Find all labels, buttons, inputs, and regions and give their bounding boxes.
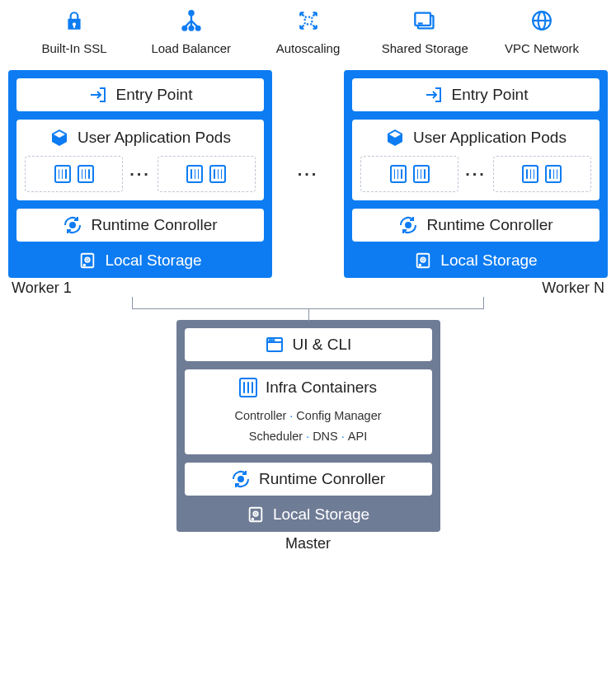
user-pods-card: User Application Pods ··· xyxy=(16,120,264,200)
infra-item: API xyxy=(348,430,367,443)
runtime-label: Runtime Conroller xyxy=(426,216,553,234)
gear-cycle-icon xyxy=(231,469,251,489)
workers-ellipsis: ··· xyxy=(296,165,321,184)
container-icon xyxy=(522,165,538,183)
disk-icon xyxy=(247,505,265,524)
svg-point-5 xyxy=(196,26,200,31)
container-icon xyxy=(239,378,257,397)
window-icon xyxy=(265,335,284,355)
master-label: Master xyxy=(285,535,331,552)
svg-point-16 xyxy=(87,260,88,261)
local-storage-label: Local Storage xyxy=(352,250,600,270)
feature-ssl: Built-In SSL xyxy=(25,8,124,55)
svg-point-17 xyxy=(84,265,86,266)
container-icon xyxy=(413,165,430,183)
infra-list: Controller·Config Manager Scheduler·DNS·… xyxy=(193,406,424,446)
worker-node-1: Entry Point User Application Pods ··· xyxy=(8,70,272,278)
svg-point-22 xyxy=(420,265,421,266)
feature-label: VPC Network xyxy=(505,41,579,55)
master-node: UI & CLI Infra Containers Controller·Con… xyxy=(176,320,440,532)
entry-point-label: Entry Point xyxy=(116,86,193,104)
infra-item: Scheduler xyxy=(249,430,303,443)
svg-rect-6 xyxy=(304,17,312,25)
disk-icon xyxy=(414,251,432,270)
infra-title: Infra Containers xyxy=(266,378,377,397)
infra-item: Controller xyxy=(234,409,286,422)
pod-box xyxy=(493,156,591,192)
user-pods-card: User Application Pods ··· xyxy=(352,120,600,200)
runtime-label: Runtime Conroller xyxy=(259,470,385,488)
shared-storage-icon xyxy=(412,8,437,33)
runtime-card: Runtime Conroller xyxy=(185,463,432,496)
gear-cycle-icon xyxy=(63,215,82,235)
lock-icon xyxy=(62,8,87,33)
ui-cli-card: UI & CLI xyxy=(185,328,432,361)
local-storage-label: Local Storage xyxy=(185,504,432,524)
pod-box xyxy=(25,156,123,192)
svg-point-0 xyxy=(189,11,193,15)
worker-1-label: Worker 1 xyxy=(12,280,72,297)
svg-rect-8 xyxy=(416,13,431,26)
master-wrap: UI & CLI Infra Containers Controller·Con… xyxy=(8,320,608,552)
cube-icon xyxy=(49,128,69,148)
worker-node-n: Entry Point User Application Pods ··· xyxy=(344,70,608,278)
svg-point-25 xyxy=(269,340,270,341)
entry-point-icon xyxy=(424,85,444,105)
storage-text: Local Storage xyxy=(273,505,369,524)
load-balancer-icon xyxy=(179,8,204,33)
svg-point-32 xyxy=(252,519,253,520)
gear-cycle-icon xyxy=(398,215,418,235)
entry-point-card: Entry Point xyxy=(352,78,600,111)
feature-label: Load Balancer xyxy=(151,41,231,55)
pods-row: ··· xyxy=(25,156,256,192)
entry-point-card: Entry Point xyxy=(16,78,264,111)
svg-point-4 xyxy=(189,26,193,31)
infra-item: DNS xyxy=(313,430,338,443)
pods-row: ··· xyxy=(360,156,591,192)
container-icon xyxy=(186,165,203,183)
worker-labels-row: Worker 1 Worker N xyxy=(8,278,608,297)
feature-row: Built-In SSL Load Balancer Autoscaling S… xyxy=(8,8,608,70)
infra-card: Infra Containers Controller·Config Manag… xyxy=(185,369,432,454)
container-icon xyxy=(209,165,226,183)
container-icon xyxy=(545,165,562,183)
user-pods-label: User Application Pods xyxy=(78,129,231,147)
runtime-card: Runtime Conroller xyxy=(16,209,264,242)
feature-label: Autoscaling xyxy=(276,41,341,55)
ellipsis: ··· xyxy=(128,165,153,184)
connectors xyxy=(8,297,608,322)
user-pods-label: User Application Pods xyxy=(413,129,567,147)
pod-box xyxy=(158,156,256,192)
svg-point-18 xyxy=(406,223,411,228)
svg-point-27 xyxy=(273,340,274,341)
cube-icon xyxy=(385,128,405,148)
entry-point-label: Entry Point xyxy=(452,86,529,104)
container-icon xyxy=(54,165,71,183)
container-icon xyxy=(390,165,407,183)
ellipsis: ··· xyxy=(463,165,488,184)
pod-box xyxy=(360,156,458,192)
svg-point-28 xyxy=(238,477,243,482)
svg-point-26 xyxy=(270,340,271,341)
autoscaling-icon xyxy=(296,8,321,33)
runtime-label: Runtime Conroller xyxy=(91,216,217,234)
storage-text: Local Storage xyxy=(440,251,537,270)
local-storage-label: Local Storage xyxy=(16,250,264,270)
infra-item: Config Manager xyxy=(296,409,381,422)
svg-point-21 xyxy=(423,260,424,261)
runtime-card: Runtime Conroller xyxy=(352,209,600,242)
feature-loadbalancer: Load Balancer xyxy=(142,8,241,55)
workers-row: Entry Point User Application Pods ··· xyxy=(8,70,608,278)
ui-cli-label: UI & CLI xyxy=(293,336,352,354)
disk-icon xyxy=(78,251,96,270)
container-icon xyxy=(78,165,94,183)
feature-label: Built-In SSL xyxy=(41,41,106,55)
feature-label: Shared Storage xyxy=(382,41,468,55)
entry-point-icon xyxy=(88,85,108,105)
storage-text: Local Storage xyxy=(105,251,201,270)
svg-point-3 xyxy=(182,26,186,31)
svg-point-31 xyxy=(255,514,256,515)
feature-autoscaling: Autoscaling xyxy=(259,8,358,55)
svg-point-13 xyxy=(70,223,75,228)
feature-storage: Shared Storage xyxy=(375,8,474,55)
